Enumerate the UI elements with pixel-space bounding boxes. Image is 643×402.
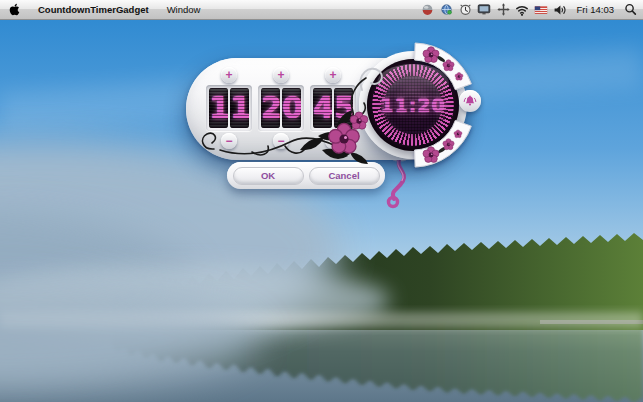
- seconds-decrement-button[interactable]: −: [325, 133, 341, 149]
- digit-tile: 4: [313, 88, 332, 128]
- alarm-bell-icon: [462, 93, 478, 109]
- display-icon[interactable]: [476, 0, 493, 19]
- hours-group: + 1 1 −: [206, 67, 252, 149]
- input-source-flag-icon[interactable]: [533, 0, 550, 19]
- digit-tile: 2: [261, 88, 280, 128]
- dial-gloss: [377, 64, 449, 102]
- window-menu-label: Window: [167, 4, 201, 15]
- alarm-bell-button[interactable]: [459, 90, 481, 112]
- volume-icon[interactable]: [552, 0, 569, 19]
- app-name-label: CountdownTimerGadget: [38, 4, 149, 15]
- minutes-group: + 2 0 −: [258, 67, 304, 149]
- menubar-clock[interactable]: Fri 14:03: [571, 4, 621, 15]
- digit-tile: 0: [282, 88, 301, 128]
- clock-icon[interactable]: [457, 0, 474, 19]
- digit-tile: 1: [230, 88, 249, 128]
- minutes-decrement-button[interactable]: −: [273, 133, 289, 149]
- seconds-display: 4 5: [310, 85, 356, 131]
- minutes-display: 2 0: [258, 85, 304, 131]
- clock-label: Fri 14:03: [577, 4, 615, 15]
- menu-bar: CountdownTimerGadget Window: [0, 0, 643, 20]
- spotlight-icon[interactable]: [622, 0, 639, 19]
- seconds-group: + 4 5 −: [310, 67, 356, 149]
- hours-increment-button[interactable]: +: [221, 67, 237, 83]
- menu-item-appname[interactable]: CountdownTimerGadget: [29, 0, 158, 19]
- minutes-increment-button[interactable]: +: [273, 67, 289, 83]
- cancel-button[interactable]: Cancel: [309, 167, 380, 185]
- timer-dial: 11:20: [367, 59, 459, 151]
- menubar-app-icon[interactable]: [419, 0, 436, 19]
- apple-icon: [9, 3, 20, 16]
- desktop: CountdownTimerGadget Window: [0, 0, 643, 402]
- ok-cancel-bar: OK Cancel: [227, 162, 385, 189]
- hours-display: 1 1: [206, 85, 252, 131]
- apple-menu[interactable]: [0, 0, 29, 19]
- crosshair-icon[interactable]: [495, 0, 512, 19]
- menu-item-window[interactable]: Window: [158, 0, 210, 19]
- digit-tile: 1: [209, 88, 228, 128]
- sync-globe-icon[interactable]: [438, 0, 455, 19]
- countdown-timer-gadget: OK Cancel 11:20 + 1 1 − + 2 0: [0, 0, 643, 402]
- ok-button[interactable]: OK: [233, 167, 304, 185]
- wifi-icon[interactable]: [514, 0, 531, 19]
- seconds-increment-button[interactable]: +: [325, 67, 341, 83]
- digit-tile: 5: [334, 88, 353, 128]
- hours-decrement-button[interactable]: −: [221, 133, 237, 149]
